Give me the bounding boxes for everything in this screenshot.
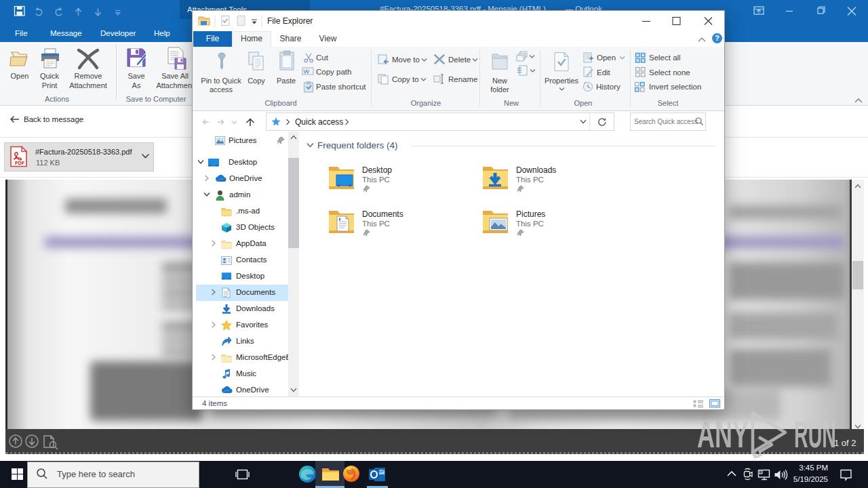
svg-text:PDF: PDF: [15, 161, 25, 165]
svg-text:RUN: RUN: [794, 413, 836, 455]
svg-text:ANY: ANY: [697, 413, 749, 455]
